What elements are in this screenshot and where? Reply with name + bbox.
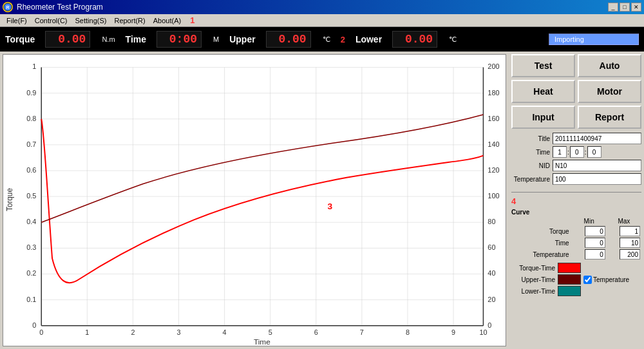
test-button[interactable]: Test: [511, 54, 575, 77]
time-m-input[interactable]: [570, 146, 584, 158]
svg-text:100: 100: [488, 192, 499, 200]
curve-label-torque: Torque: [511, 225, 572, 237]
temp-min-input[interactable]: [585, 249, 605, 259]
menu-control[interactable]: Control(C): [31, 15, 71, 26]
legend-label-upper-time: Upper-Time: [511, 276, 555, 283]
chart-area: 0 1 2 3 4 5 6 7 8 9 10 Time 0 0.1 0.2 0.…: [3, 54, 506, 346]
svg-text:0: 0: [32, 321, 36, 329]
time-form-label: Time: [511, 149, 550, 156]
menu-about[interactable]: About(A): [149, 15, 185, 26]
curve-label-temperature: Temperature: [511, 249, 572, 260]
title-label: Title: [511, 135, 550, 142]
legend-color-torque-time: [558, 263, 581, 273]
torque-max-input[interactable]: [620, 226, 640, 236]
nid-label: NID: [511, 162, 550, 169]
curve-row-time: Time: [511, 237, 641, 249]
auto-button[interactable]: Auto: [578, 54, 641, 77]
svg-text:7: 7: [360, 328, 364, 336]
chart-svg: 0 1 2 3 4 5 6 7 8 9 10 Time 0 0.1 0.2 0.…: [3, 55, 506, 346]
svg-text:60: 60: [488, 243, 495, 251]
curve-title: Curve: [511, 209, 641, 216]
divider: [511, 192, 641, 193]
curve-row-temperature: Temperature: [511, 249, 641, 260]
menu-file[interactable]: File(F): [3, 15, 31, 26]
close-button[interactable]: ✕: [631, 3, 641, 12]
report-button[interactable]: Report: [578, 106, 641, 129]
app-icon: R: [3, 2, 13, 12]
importing-status: Importing: [549, 33, 639, 45]
time-h-input[interactable]: [553, 146, 567, 158]
svg-text:0.7: 0.7: [26, 140, 36, 148]
curve-max-torque: [607, 225, 641, 237]
form-row-nid: NID: [511, 160, 641, 171]
time-s-input[interactable]: [587, 146, 601, 158]
curve-max-temperature: [607, 249, 641, 260]
input-button[interactable]: Input: [511, 106, 575, 129]
svg-text:4: 4: [223, 328, 227, 336]
title-controls: _ □ ✕: [608, 3, 641, 12]
annotation-4: 4: [511, 196, 641, 206]
title-input[interactable]: [553, 133, 641, 144]
legend-label-lower-time: Lower-Time: [511, 288, 555, 295]
svg-text:180: 180: [488, 89, 499, 97]
curve-row-torque: Torque: [511, 225, 641, 237]
status-bar: Torque 0.00 N.m Time 0:00 M Upper 0.00 ℃…: [0, 27, 644, 52]
svg-text:160: 160: [488, 115, 499, 122]
nid-input[interactable]: [553, 160, 641, 171]
heat-button[interactable]: Heat: [511, 80, 575, 103]
svg-text:40: 40: [488, 269, 495, 277]
svg-text:0.8: 0.8: [26, 115, 36, 122]
torque-label: Torque: [5, 34, 35, 44]
motor-button[interactable]: Motor: [578, 80, 641, 103]
menu-report[interactable]: Report(R): [110, 15, 149, 26]
torque-min-input[interactable]: [585, 226, 605, 236]
legend-label-torque-time: Torque-Time: [511, 265, 555, 272]
torque-value: 0.00: [45, 31, 90, 48]
form-row-temperature: Temperature: [511, 173, 641, 185]
temperature-input[interactable]: [553, 173, 641, 185]
button-row-3: Input Report: [511, 106, 641, 129]
button-row-1: Test Auto: [511, 54, 641, 77]
svg-text:20: 20: [488, 296, 495, 303]
svg-text:Torque: Torque: [5, 188, 14, 211]
svg-text:0.3: 0.3: [26, 243, 36, 251]
lower-unit: ℃: [449, 35, 457, 44]
lower-value: 0.00: [392, 31, 437, 48]
main-content: 0 1 2 3 4 5 6 7 8 9 10 Time 0 0.1 0.2 0.…: [0, 52, 644, 349]
svg-text:0.4: 0.4: [26, 218, 36, 225]
legend-row-torque-time: Torque-Time: [511, 263, 641, 273]
temperature-checkbox-label: Temperature: [593, 276, 629, 283]
svg-text:5: 5: [269, 328, 272, 336]
svg-text:0: 0: [39, 328, 43, 336]
svg-text:10: 10: [479, 328, 487, 336]
legend-row-lower-time: Lower-Time: [511, 286, 641, 296]
minimize-button[interactable]: _: [608, 3, 618, 12]
form-row-title: Title: [511, 133, 641, 144]
svg-text:0.2: 0.2: [26, 269, 36, 277]
time-max-input[interactable]: [620, 238, 640, 248]
lower-label: Lower: [355, 34, 382, 44]
temp-max-input[interactable]: [620, 249, 640, 259]
svg-text:3: 3: [176, 328, 180, 336]
annotation-2: 2: [341, 35, 345, 44]
curve-max-time: [607, 237, 641, 249]
svg-text:6: 6: [314, 328, 318, 336]
curve-min-torque: [572, 225, 607, 237]
maximize-button[interactable]: □: [620, 3, 630, 12]
col-header-min: Min: [572, 217, 607, 225]
menu-bar: File(F) Control(C) Setting(S) Report(R) …: [0, 14, 644, 27]
annotation-1: 1: [190, 15, 194, 25]
svg-text:8: 8: [406, 328, 410, 336]
right-panel: Test Auto Heat Motor Input Report Title …: [509, 52, 644, 349]
time-min-input[interactable]: [585, 238, 605, 248]
svg-text:0: 0: [488, 321, 491, 329]
svg-text:80: 80: [488, 218, 495, 225]
svg-text:0.1: 0.1: [26, 296, 36, 303]
svg-text:140: 140: [488, 140, 499, 148]
button-row-2: Heat Motor: [511, 80, 641, 103]
svg-text:0.5: 0.5: [26, 192, 36, 200]
menu-setting[interactable]: Setting(S): [71, 15, 111, 26]
form-section: Title Time : : NID Temperature: [511, 131, 641, 188]
temperature-checkbox[interactable]: [583, 276, 592, 284]
curve-label-time: Time: [511, 237, 572, 249]
